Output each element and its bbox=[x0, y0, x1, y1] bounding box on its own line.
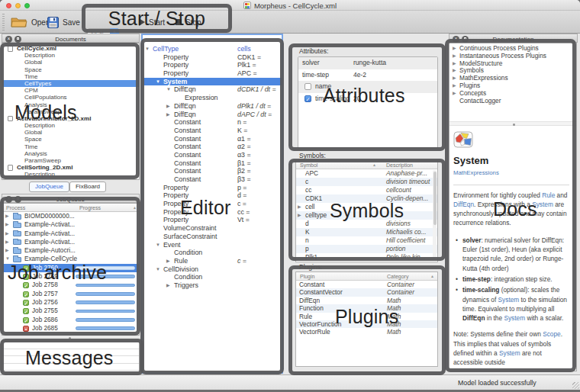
queue-tabs: JobQueue FixBoard bbox=[2, 182, 140, 193]
annotation-editor: Editor bbox=[140, 38, 284, 374]
app-icon bbox=[243, 2, 251, 9]
screenshot-root: Morpheus - CellCycle.xml Open Save lo bbox=[0, 0, 580, 392]
annotation-label: Messages bbox=[25, 347, 114, 369]
status-message: Model loaded successfully bbox=[458, 379, 536, 387]
annotation-docs: Docs bbox=[445, 39, 576, 372]
annotation-label: Symbols bbox=[330, 200, 404, 222]
save-button-label: Save bbox=[63, 18, 80, 27]
annotation-label: Attributes bbox=[323, 85, 405, 107]
annotation-label: Plugins bbox=[335, 306, 398, 328]
save-floppy-icon bbox=[47, 17, 59, 28]
toolbar-drag-handle[interactable] bbox=[2, 14, 5, 31]
window-title: Morpheus - CellCycle.xml bbox=[254, 2, 337, 10]
annotation-label: Docs bbox=[493, 198, 537, 220]
annotation-label: Start / Stop bbox=[108, 8, 205, 30]
annotation-models: Models bbox=[0, 43, 140, 179]
documents-panel-header: × Documents bbox=[2, 34, 140, 43]
tab-jobqueue[interactable]: JobQueue bbox=[29, 182, 69, 192]
status-bar: Model loaded successfully bbox=[0, 374, 580, 390]
save-button[interactable]: Save bbox=[47, 13, 80, 31]
annotation-label: Models bbox=[14, 101, 77, 124]
annotation-messages: Messages bbox=[0, 339, 143, 375]
morpheus-window: Morpheus - CellCycle.xml Open Save lo bbox=[0, 0, 580, 390]
annotation-plugins: Plugins bbox=[288, 265, 446, 375]
open-folder-icon bbox=[11, 16, 27, 28]
open-button[interactable]: Open bbox=[11, 13, 50, 31]
tab-fixboard[interactable]: FixBoard bbox=[69, 182, 106, 192]
resize-grip-icon[interactable] bbox=[572, 382, 579, 389]
annotation-label: Job archive bbox=[8, 262, 107, 284]
documents-panel-title: Documents bbox=[2, 36, 139, 43]
annotation-symbols: Symbols bbox=[288, 159, 446, 261]
annotation-attributes: Attributes bbox=[288, 43, 446, 151]
annotation-start-stop: Start / Stop bbox=[82, 4, 232, 33]
annotation-job-archive: Job archive bbox=[0, 197, 140, 336]
annotation-label: Editor bbox=[180, 197, 231, 219]
